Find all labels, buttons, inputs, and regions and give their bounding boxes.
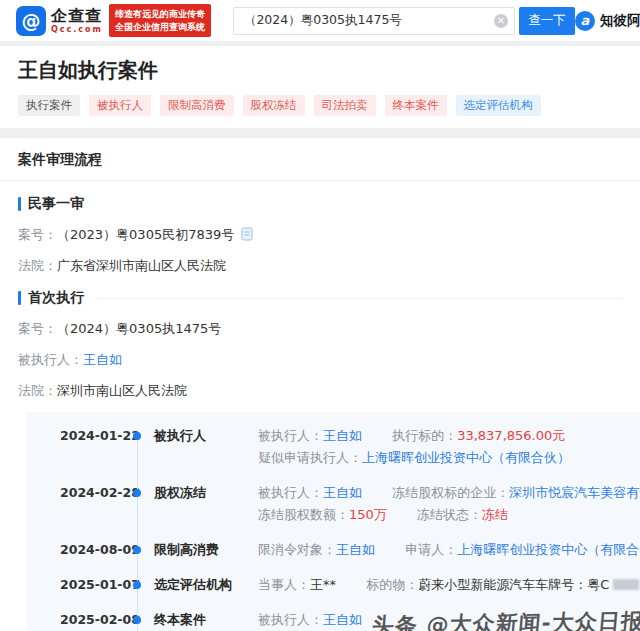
redacted-plate-block (613, 579, 639, 590)
frozen-company-link[interactable]: 深圳市悦宸汽车美容有限公司 (509, 485, 640, 500)
court-value: 深圳市南山区人民法院 (57, 382, 187, 400)
timeline-dot (133, 489, 141, 497)
field-label: 冻结股权数额： (258, 507, 349, 522)
qcc-logo-domain: Qcc.com (51, 26, 103, 34)
search-button[interactable]: 查一下 (519, 7, 575, 35)
timeline-item-executed-person: 2024-01-22 被执行人 被执行人：王自如 执行标的：33,837,856… (26, 426, 640, 470)
clear-search-icon[interactable]: ✕ (494, 14, 508, 28)
timeline-label: 选定评估机构 (154, 575, 258, 597)
judgment-doc-icon[interactable] (241, 227, 253, 244)
field-label: 冻结状态： (417, 507, 482, 522)
field-label: 标的物： (366, 577, 418, 592)
qcc-slogan: 缔造有远见的商业传奇 全国企业信用查询系统 (109, 4, 211, 36)
section-bar (18, 291, 21, 305)
executed-person-link[interactable]: 王自如 (83, 351, 122, 369)
timeline-label: 限制高消费 (154, 540, 258, 562)
search-input[interactable] (244, 13, 494, 28)
timeline-dot (133, 616, 141, 624)
timeline-dot (133, 581, 141, 589)
search-box: ✕ (233, 7, 515, 35)
tag-appraisal-agency[interactable]: 选定评估机构 (456, 95, 541, 116)
person-link[interactable]: 王自如 (323, 485, 362, 500)
section-title: 民事一审 (28, 195, 84, 213)
timeline-item-equity-freeze: 2024-02-28 股权冻结 被执行人：王自如 冻结股权标的企业：深圳市悦宸汽… (26, 483, 640, 527)
timeline-date: 2025-02-08 (60, 610, 130, 631)
timeline-dot (133, 546, 141, 554)
tag-execution-case[interactable]: 执行案件 (18, 95, 80, 116)
case-no-label: 案号： (18, 226, 57, 244)
executed-person-label: 被执行人： (18, 351, 83, 369)
field-label: 当事人： (258, 577, 310, 592)
field-label: 被执行人： (258, 428, 323, 443)
page-title: 王自如执行案件 (18, 57, 622, 84)
zhibi-alpha-brand[interactable]: a 知彼阿尔法 (575, 11, 640, 31)
timeline-date: 2025-01-07 (60, 575, 130, 597)
subject-value: 蔚来小型新能源汽车车牌号：粤C (418, 577, 609, 592)
tag-consumption-restriction[interactable]: 限制高消费 (160, 95, 234, 116)
timeline-dot (133, 432, 141, 440)
brand-name: 知彼阿尔法 (600, 12, 640, 30)
field-label: 申请人： (405, 542, 457, 557)
alpha-icon: a (575, 11, 595, 31)
case-process-card: 案件审理流程 民事一审 案号： （2023）粤0305民初7839号 法院： 广… (0, 138, 640, 631)
freeze-status: 冻结 (482, 507, 508, 522)
party-value: 王** (310, 577, 336, 592)
field-label: 被执行人： (258, 612, 323, 627)
court-value: 广东省深圳市南山区人民法院 (57, 257, 226, 275)
section-bar (18, 197, 21, 211)
section-first-execution: 首次执行 案号： （2024）粤0305执1475号 被执行人： 王自如 法院：… (0, 289, 640, 400)
court-label: 法院： (18, 382, 57, 400)
case-no-value: （2023）粤0305民初7839号 (57, 226, 234, 244)
court-label: 法院： (18, 257, 57, 275)
section-title: 首次执行 (28, 289, 84, 307)
card-heading: 案件审理流程 (0, 138, 640, 181)
timeline-label: 终本案件 (154, 610, 258, 631)
qcc-logo-icon: @ (16, 6, 46, 36)
person-link[interactable]: 王自如 (323, 612, 362, 627)
field-label: 被执行人： (258, 485, 323, 500)
field-label: 限消令对象： (258, 542, 336, 557)
applicant-link[interactable]: 上海曙晖创业投资中心（有限合伙） (457, 542, 640, 557)
timeline-item-consumption-restriction: 2024-08-09 限制高消费 限消令对象：王自如 申请人：上海曙晖创业投资中… (26, 540, 640, 562)
person-link[interactable]: 王自如 (336, 542, 375, 557)
timeline-label: 股权冻结 (154, 483, 258, 527)
tag-terminated-case[interactable]: 终本案件 (385, 95, 447, 116)
qcc-logo[interactable]: @ 企查查 Qcc.com (16, 6, 103, 36)
execution-timeline: 2024-01-22 被执行人 被执行人：王自如 执行标的：33,837,856… (26, 412, 640, 631)
title-card: 王自如执行案件 执行案件 被执行人 限制高消费 股权冻结 司法拍卖 终本案件 选… (0, 46, 640, 128)
field-label: 疑似申请执行人： (258, 450, 362, 465)
timeline-item-appraisal-agency: 2025-01-07 选定评估机构 当事人：王** 标的物：蔚来小型新能源汽车车… (26, 575, 640, 597)
case-no-value: （2024）粤0305执1475号 (57, 320, 221, 338)
timeline-label: 被执行人 (154, 426, 258, 470)
top-header: @ 企查查 Qcc.com 缔造有远见的商业传奇 全国企业信用查询系统 ✕ 查一… (0, 0, 640, 42)
timeline-date: 2024-01-22 (60, 426, 130, 470)
field-label: 执行标的： (392, 428, 457, 443)
timeline-item-terminated-case: 2025-02-08 终本案件 被执行人：王自如 执行标的：33,837,857… (26, 610, 640, 631)
slogan-line1: 缔造有远见的商业传奇 (115, 8, 205, 20)
slogan-line2: 全国企业信用查询系统 (115, 21, 205, 33)
qcc-logo-text: 企查查 (51, 8, 103, 24)
field-label: 冻结股权标的企业： (392, 485, 509, 500)
timeline-date: 2024-08-09 (60, 540, 130, 562)
person-link[interactable]: 王自如 (323, 428, 362, 443)
case-no-label: 案号： (18, 320, 57, 338)
execution-amount: 33,837,856.00元 (457, 428, 565, 443)
section-civil-first-instance: 民事一审 案号： （2023）粤0305民初7839号 法院： 广东省深圳市南山… (0, 195, 640, 275)
applicant-link[interactable]: 上海曙晖创业投资中心（有限合伙） (362, 450, 570, 465)
timeline-date: 2024-02-28 (60, 483, 130, 527)
tag-equity-freeze[interactable]: 股权冻结 (243, 95, 305, 116)
tag-person-executed[interactable]: 被执行人 (89, 95, 151, 116)
frozen-equity-amount: 150万 (349, 507, 387, 522)
tag-row: 执行案件 被执行人 限制高消费 股权冻结 司法拍卖 终本案件 选定评估机构 (18, 95, 622, 116)
tag-judicial-auction[interactable]: 司法拍卖 (314, 95, 376, 116)
